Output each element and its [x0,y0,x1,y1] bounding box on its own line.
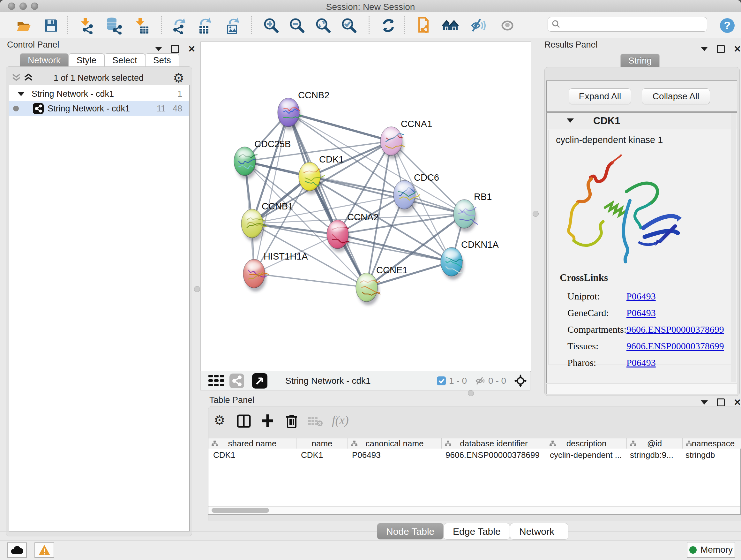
delete-column-icon[interactable] [285,414,298,430]
panel-undock-icon[interactable] [717,45,725,53]
edge-CCNB2-CCNA1[interactable] [288,112,391,141]
column-header-description[interactable]: description [546,438,627,449]
memory-button[interactable]: Memory [687,542,735,558]
export-image-icon[interactable] [223,17,241,35]
network-collection-row[interactable]: String Network - cdk1 1 [9,86,189,101]
crosslink-value-link[interactable]: 9606.ENSP00000378699 [626,324,724,335]
open-session-icon[interactable] [15,17,32,35]
grid-view-icon[interactable] [208,375,225,387]
show-hide-graphics-icon[interactable] [469,17,487,35]
network-canvas[interactable]: CCNB2CCNA1CDC25BCDK1CDC6RB1CCNB1CCNA2CDK… [200,42,531,372]
crosslink-value-link[interactable]: P06493 [626,291,656,302]
table-cell[interactable]: CDK1 [296,449,347,461]
tab-edge-table[interactable]: Edge Table [444,523,510,540]
network-collection-label: String Network - cdk1 [31,89,114,99]
collection-expand-icon[interactable] [17,92,24,96]
gene-collapse-icon[interactable] [567,118,574,123]
pan-crosshair-icon[interactable] [514,374,527,387]
left-splitter-handle[interactable] [194,286,200,292]
cloud-button[interactable] [7,543,27,558]
tab-sets[interactable]: Sets [145,53,179,67]
edge-CCNB2-HIST1H1A[interactable] [254,112,288,273]
collapse-all-button[interactable]: Collapse All [642,88,710,105]
right-splitter-handle[interactable] [533,211,539,217]
import-string-file-icon[interactable] [415,17,433,35]
crosslink-value-link[interactable]: 9606.ENSP00000378699 [626,341,724,352]
network-share-view-icon[interactable] [229,374,244,388]
help-icon[interactable]: ? [718,17,736,35]
crosslink-value-link[interactable]: P06493 [626,307,656,318]
warnings-button[interactable] [35,543,54,558]
node-CCNA1[interactable]: CCNA1 [381,119,432,159]
toolbar-separator [251,16,252,34]
column-header-name[interactable]: name [296,438,348,449]
node-RB1[interactable]: RB1 [454,192,492,232]
import-network-file-icon[interactable] [78,17,96,35]
refresh-icon[interactable] [380,17,397,35]
table-cell[interactable]: cyclin-dependent ... [545,449,625,461]
edge-CCNB2-RB1[interactable] [288,112,464,214]
node-CCNE1[interactable]: CCNE1 [356,265,408,305]
crosslink-value-link[interactable]: P06493 [626,357,656,368]
bottom-splitter-handle[interactable] [468,390,474,396]
selected-checkbox-icon[interactable] [437,376,446,385]
table-cell[interactable]: stringdb [681,449,741,461]
column-header-shared-name[interactable]: shared name [208,438,296,449]
column-header--id[interactable]: @id [627,438,683,449]
export-network-icon[interactable] [170,17,188,35]
node-CCNB1[interactable]: CCNB1 [241,201,293,241]
save-session-icon[interactable] [42,17,60,35]
node-label: CCNA2 [347,212,379,222]
create-column-icon[interactable] [261,414,274,429]
node-CDKN1A[interactable]: CDKN1A [441,240,499,280]
column-header-database-identifier[interactable]: database identifier [442,438,546,449]
column-header-canonical-name[interactable]: canonical name [348,438,442,449]
results-panel-title: Results Panel [544,40,598,50]
table-cell[interactable]: P06493 [347,449,441,461]
zoom-fit-icon[interactable] [314,17,332,35]
table-cell[interactable]: stringdb:9... [625,449,681,461]
tab-node-table[interactable]: Node Table [377,523,444,540]
zoom-in-icon[interactable] [262,17,280,35]
zoom-out-icon[interactable] [288,17,306,35]
results-hscrollbar[interactable] [546,384,737,394]
table-cell[interactable]: CDK1 [208,449,296,461]
eye-icon[interactable] [498,17,516,35]
import-table-file-icon[interactable] [133,17,151,35]
panel-float-menu-icon[interactable] [155,47,162,51]
panel-close-icon[interactable]: ✕ [734,399,741,406]
home-networks-icon[interactable] [442,17,460,35]
panel-close-icon[interactable]: ✕ [734,46,741,52]
column-header-namespace[interactable]: namespace [683,438,741,449]
table-row[interactable]: CDK1CDK1P064939606.ENSP00000378699cyclin… [208,449,740,461]
hidden-eye-slash-icon [475,376,486,386]
network-options-gear-icon[interactable]: ⚙ [173,71,185,84]
tab-network[interactable]: Network [20,53,69,67]
zoom-selected-icon[interactable] [340,17,358,35]
tab-style[interactable]: Style [69,53,105,67]
edge-HIST1H1A-CCNE1[interactable] [254,273,367,287]
import-network-database-icon[interactable] [104,17,122,35]
network-row[interactable]: String Network - cdk1 11 48 [9,101,189,116]
results-scrollbar[interactable] [731,113,736,382]
network-list: String Network - cdk1 1 String Network -… [9,85,190,532]
panel-undock-icon[interactable] [717,398,725,407]
table-cell[interactable]: 9606.ENSP00000378699 [441,449,545,461]
node-CCNB2[interactable]: CCNB2 [278,90,329,130]
panel-float-menu-icon[interactable] [701,400,708,405]
expand-all-button[interactable]: Expand All [569,88,631,105]
node-CDK1[interactable]: CDK1 [299,154,344,194]
birds-eye-view-icon[interactable] [252,373,267,388]
panel-undock-icon[interactable] [171,45,179,53]
table-options-gear-icon[interactable]: ⚙ [214,414,225,427]
export-table-icon[interactable] [195,17,213,35]
tab-select[interactable]: Select [105,53,145,67]
tab-string[interactable]: String [620,54,660,67]
panel-float-menu-icon[interactable] [701,47,708,51]
table-hscrollbar-thumb[interactable] [212,508,269,513]
show-columns-icon[interactable] [237,415,251,429]
panel-close-icon[interactable]: ✕ [188,46,195,52]
search-input[interactable] [561,19,699,30]
tab-network-table[interactable]: Network Table [510,523,568,540]
gene-header-row[interactable]: CDK1 [547,113,737,129]
